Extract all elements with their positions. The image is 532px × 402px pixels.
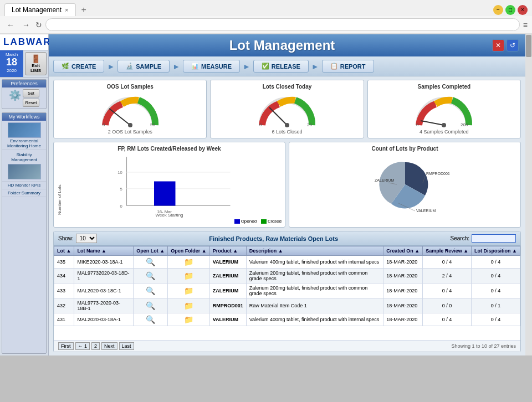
show-select[interactable]: 10 25 50 (76, 234, 97, 243)
tab-close-icon[interactable]: × (65, 7, 68, 13)
closed-gauge-label: 6 Lots Closed (214, 129, 360, 135)
page-first-button[interactable]: First (58, 342, 74, 350)
cell-open-folder[interactable]: 📁 (168, 284, 209, 298)
cell-lot: 431 (54, 313, 74, 326)
show-control: Show: 10 25 50 (58, 234, 97, 243)
folder-icon: 📁 (184, 301, 193, 310)
release-button[interactable]: ✅ RELEASE (253, 60, 309, 73)
create-button[interactable]: 🌿 CREATE (53, 60, 104, 73)
cell-created-on: 18-MAR-2020 (383, 298, 423, 313)
col-description[interactable]: Description ▲ (246, 246, 383, 256)
cell-open-lot[interactable]: 🔍 (134, 298, 168, 313)
cell-open-lot[interactable]: 🔍 (134, 284, 168, 298)
col-lot-name[interactable]: Lot Name ▲ (74, 246, 134, 256)
open-lot-icon: 🔍 (146, 286, 155, 295)
folder-icon: 📁 (184, 271, 193, 280)
scrollbar-thumb[interactable] (526, 35, 531, 57)
table-row[interactable]: 432 MAL9773-2020-03-18B-1 🔍 📁 RMPROD001 … (54, 298, 520, 313)
cell-product: RMPROD001 (209, 298, 246, 313)
cell-open-folder[interactable]: 📁 (168, 298, 209, 313)
svg-text:RMPROD001: RMPROD001 (426, 172, 449, 176)
folder-icon: 📁 (184, 286, 193, 295)
pagination: First ← 1 2 Next Last (58, 342, 134, 350)
browser-menu-button[interactable]: ≡ (523, 20, 528, 29)
cell-lot: 434 (54, 269, 74, 284)
cell-description: Zalerium 200mg tablet, finished product … (246, 269, 383, 284)
workflow-nav: 🌿 CREATE ► 🔬 SAMPLE ► 📊 MEASURE ► (49, 56, 525, 76)
header-controls: ✕ ↺ (492, 39, 519, 51)
new-tab-button[interactable]: + (78, 4, 90, 16)
create-label: CREATE (71, 63, 96, 70)
workflow-item-stability[interactable]: Stability Management (2, 150, 46, 182)
table-showing: Showing 1 to 10 of 27 entries (451, 343, 516, 349)
cell-lot: 433 (54, 284, 74, 298)
cell-created-on: 18-MAR-2020 (383, 284, 423, 298)
cell-open-lot[interactable]: 🔍 (134, 269, 168, 284)
cell-open-folder[interactable]: 📁 (168, 256, 209, 269)
col-open-folder[interactable]: Open Folder ▲ (168, 246, 209, 256)
table-row[interactable]: 431 MAL2020-03-18A-1 🔍 📁 VALERIUM Valeri… (54, 313, 520, 326)
open-lot-icon: 🔍 (146, 301, 155, 310)
cell-product: ZALERIUM (209, 284, 246, 298)
table-header-row: Lot ▲ Lot Name ▲ Open Lot ▲ Open Folder … (54, 246, 520, 256)
cell-open-folder[interactable]: 📁 (168, 313, 209, 326)
bar-chart-legend: Opened Closed (57, 219, 282, 224)
table-row[interactable]: 434 MAL97732020-03-18D-1 🔍 📁 ZALERIUM Za… (54, 269, 520, 284)
oos-gauge-label: 2 OOS Lot Samples (57, 129, 203, 135)
exit-lims-button[interactable]: 🚪 Exit LIMS (25, 52, 47, 75)
address-bar[interactable] (45, 18, 520, 31)
refresh-app-button[interactable]: ↺ (507, 39, 519, 51)
browser-tab[interactable]: Lot Management × (4, 3, 76, 16)
dashboard: OOS Lot Samples 0 (49, 76, 525, 355)
set-button[interactable]: Set (23, 89, 40, 97)
page-next-button[interactable]: Next (101, 342, 117, 350)
pie-chart-svg: RMPROD001 ZALERIUM VALERIUM (361, 154, 449, 215)
workflow-item-hd[interactable]: HD Monitor KPIs (2, 182, 46, 189)
open-lot-icon: 🔍 (146, 257, 155, 266)
maximize-button[interactable]: □ (505, 5, 515, 15)
svg-text:200: 200 (461, 122, 468, 127)
col-lot-disp[interactable]: Lot Disposition ▲ (472, 246, 520, 256)
page-last-button[interactable]: Last (119, 342, 134, 350)
workflow-item-folder[interactable]: Folder Summary (2, 189, 46, 197)
table-row[interactable]: 433 MAL2020-03-18C-1 🔍 📁 ZALERIUM Zaleri… (54, 284, 520, 298)
table-row[interactable]: 435 MIKE2020-03-18A-1 🔍 📁 VALERIUM Valer… (54, 256, 520, 269)
col-created-on[interactable]: Created On ▲ (383, 246, 423, 256)
browser-titlebar: Lot Management × + − □ × (0, 0, 532, 16)
workflow-item-env[interactable]: Environmental Monitoring Home (2, 121, 46, 150)
cell-lot-name: MAL2020-03-18A-1 (74, 313, 134, 326)
reset-button[interactable]: Reset (23, 99, 40, 107)
preferences-header: Preferences (2, 80, 46, 87)
legend-opened-label: Opened (241, 219, 257, 224)
workflow-step-release: ✅ RELEASE (253, 60, 309, 73)
cell-product: ZALERIUM (209, 269, 246, 284)
table-title: Finished Products, Raw Materials Open Lo… (209, 235, 338, 242)
workflow-label-folder: Folder Summary (4, 190, 44, 195)
create-icon: 🌿 (62, 63, 69, 70)
close-button[interactable]: × (518, 5, 528, 15)
page-prev-button[interactable]: ← 1 (75, 342, 90, 350)
col-sample-review[interactable]: Sample Review ▲ (423, 246, 472, 256)
scrollbar[interactable] (525, 34, 532, 355)
date-exit-row: March 18 2020 🚪 Exit LIMS (0, 50, 48, 78)
cell-open-lot[interactable]: 🔍 (134, 313, 168, 326)
forward-button[interactable]: → (20, 19, 32, 30)
table-body: 435 MIKE2020-03-18A-1 🔍 📁 VALERIUM Valer… (54, 256, 520, 326)
page-2-button[interactable]: 2 (91, 342, 100, 350)
col-product[interactable]: Product ▲ (209, 246, 246, 256)
measure-button[interactable]: 📊 MEASURE (183, 60, 240, 73)
cell-open-lot[interactable]: 🔍 (134, 256, 168, 269)
sample-button[interactable]: 🔬 SAMPLE (117, 60, 170, 73)
minimize-button[interactable]: − (493, 5, 503, 15)
arrow-1: ► (107, 62, 115, 71)
col-open-lot[interactable]: Open Lot ▲ (134, 246, 168, 256)
legend-closed: Closed (261, 219, 282, 224)
cell-open-folder[interactable]: 📁 (168, 269, 209, 284)
col-lot[interactable]: Lot ▲ (54, 246, 74, 256)
close-app-button[interactable]: ✕ (492, 39, 504, 51)
refresh-button[interactable]: ↻ (35, 20, 42, 29)
report-button[interactable]: 📋 REPORT (322, 60, 374, 73)
back-button[interactable]: ← (4, 19, 17, 30)
search-input[interactable] (472, 234, 516, 243)
cell-product: VALERIUM (209, 313, 246, 326)
